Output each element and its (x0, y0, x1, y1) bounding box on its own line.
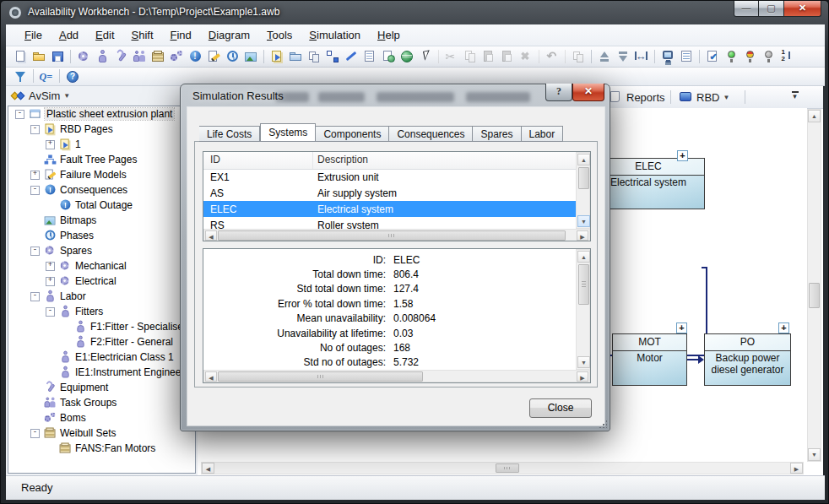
tree-item[interactable]: Task Groups (8, 395, 195, 410)
tree-expander[interactable]: + (30, 171, 40, 180)
canvas-horizontal-scrollbar[interactable]: ◀ ▶ (201, 462, 804, 474)
module-selector[interactable]: AvSim ▼ (6, 86, 198, 106)
toolbar-button[interactable] (778, 48, 796, 66)
toolbar-button[interactable] (759, 48, 778, 66)
scroll-up-button[interactable]: ▲ (577, 251, 590, 263)
details-vertical-scrollbar[interactable]: ▲ ▼ (576, 249, 590, 370)
toolbar-button[interactable] (268, 48, 286, 66)
toolbar-button[interactable] (632, 48, 651, 66)
menu-item[interactable]: Shift (123, 26, 162, 44)
toolbar-button[interactable] (722, 48, 740, 66)
toolbar-button[interactable] (186, 48, 204, 66)
tree-item[interactable]: Equipment (8, 380, 195, 395)
tree-item[interactable]: IE1:Instrument Engineer ( (8, 365, 195, 380)
toolbar-button[interactable] (480, 48, 498, 66)
block-expand-button[interactable]: + (778, 322, 789, 333)
toolbar-button[interactable] (658, 48, 677, 66)
scrollbar-thumb[interactable] (496, 463, 519, 473)
tree-item[interactable]: + Mechanical (8, 258, 195, 274)
toolbar-button[interactable] (517, 48, 535, 66)
tab[interactable]: Labor (522, 126, 564, 142)
toolbar-button[interactable] (498, 48, 517, 66)
toolbar-button[interactable] (241, 48, 260, 66)
tree-expander[interactable]: - (15, 110, 24, 119)
toolbar-button[interactable] (74, 48, 93, 66)
tree-expander[interactable]: - (30, 186, 40, 195)
scroll-left-button[interactable]: ◀ (205, 371, 217, 382)
close-dialog-button[interactable]: Close (529, 398, 592, 418)
toolbar-button[interactable] (11, 68, 30, 85)
tree-item[interactable]: - Fitters (8, 304, 195, 319)
toolbar-button[interactable] (48, 48, 67, 66)
toolbar-button[interactable] (740, 48, 759, 66)
tree-item[interactable]: Fault Tree Pages (8, 152, 195, 167)
table-row[interactable]: ELEC Electrical system (203, 201, 576, 217)
tree-expander[interactable]: - (30, 429, 40, 438)
scroll-down-button[interactable]: ▼ (808, 448, 821, 461)
toolbar-button[interactable] (461, 48, 480, 66)
tree-item[interactable]: Bitmaps (8, 213, 195, 228)
menu-item[interactable]: Add (51, 26, 87, 44)
scrollbar-thumb[interactable] (809, 283, 820, 308)
toolbar-button[interactable] (398, 48, 416, 66)
toolbar-button[interactable] (204, 48, 223, 66)
tree-item[interactable]: F2:Fitter - General (8, 334, 195, 350)
reports-button[interactable]: Reports (609, 89, 665, 106)
toolbar-button[interactable] (286, 48, 305, 66)
tree-item[interactable]: - Weibull Sets (8, 425, 195, 441)
toolbar-button[interactable] (416, 48, 435, 66)
scroll-down-button[interactable]: ▼ (577, 356, 590, 368)
toolbar-button[interactable] (11, 48, 30, 66)
tree-item[interactable]: FANS:Fan Motors (8, 441, 195, 456)
tree-item[interactable]: + 1 (8, 137, 195, 152)
maximize-button[interactable]: ▢ (759, 1, 783, 17)
rbd-button[interactable]: RBD ▼ (679, 89, 729, 106)
dialog-help-button[interactable]: ? (545, 84, 572, 101)
tab[interactable]: Consequences (389, 126, 473, 142)
tree-expander[interactable]: - (30, 125, 40, 134)
toolbar-overflow-button[interactable] (788, 89, 801, 103)
tree-expander[interactable]: - (30, 292, 40, 301)
scroll-right-button[interactable]: ▶ (790, 463, 803, 474)
toolbar-button[interactable] (130, 48, 149, 66)
table-row[interactable]: EX1 Extrusion unit (203, 169, 576, 185)
toolbar-button[interactable] (111, 48, 130, 66)
tree-item[interactable]: Total Outage (8, 198, 195, 213)
scrollbar-thumb[interactable] (578, 167, 589, 189)
tab[interactable]: Spares (473, 126, 521, 142)
scroll-up-button[interactable]: ▲ (808, 110, 821, 122)
toolbar-button[interactable] (569, 48, 588, 66)
tree-item[interactable]: - Consequences (8, 182, 195, 198)
toolbar-button[interactable] (149, 48, 167, 66)
toolbar-button[interactable] (30, 48, 48, 66)
scroll-right-button[interactable]: ▶ (577, 230, 588, 241)
menu-item[interactable]: Edit (87, 26, 122, 44)
toolbar-button[interactable] (543, 48, 561, 66)
table-vertical-scrollbar[interactable]: ▲ ▼ (576, 152, 590, 229)
menu-item[interactable]: Tools (258, 26, 301, 44)
tree-expander[interactable]: - (46, 307, 55, 317)
tree-item[interactable]: - RBD Pages (8, 122, 195, 137)
menu-item[interactable]: Diagram (200, 26, 258, 44)
tab[interactable]: Systems (260, 123, 316, 142)
block-expand-button[interactable]: + (677, 150, 688, 161)
column-header-id[interactable]: ID (203, 152, 313, 169)
tree-item[interactable]: Boms (8, 410, 195, 425)
canvas-vertical-scrollbar[interactable]: ▲ ▼ (807, 109, 821, 462)
rbd-block-po[interactable]: PO Backup power diesel generator (704, 333, 791, 386)
toolbar-button[interactable] (342, 48, 360, 66)
scroll-left-button[interactable]: ◀ (202, 463, 214, 474)
toolbar-button[interactable] (223, 48, 241, 66)
toolbar-button[interactable] (614, 48, 632, 66)
toolbar-button[interactable] (442, 48, 461, 66)
scrollbar-thumb[interactable] (218, 230, 566, 241)
tree-item[interactable]: - Plastic sheet extrusion plant (8, 106, 195, 122)
block-expand-button[interactable]: + (676, 322, 687, 333)
tree-item[interactable]: + Failure Models (8, 167, 195, 182)
toolbar-button[interactable] (595, 48, 614, 66)
scrollbar-thumb[interactable] (218, 371, 423, 382)
menu-item[interactable]: Simulation (301, 26, 369, 44)
table-header[interactable]: ID Description (203, 152, 576, 170)
scroll-right-button[interactable]: ▶ (577, 371, 588, 382)
tree-expander[interactable]: + (46, 277, 55, 286)
